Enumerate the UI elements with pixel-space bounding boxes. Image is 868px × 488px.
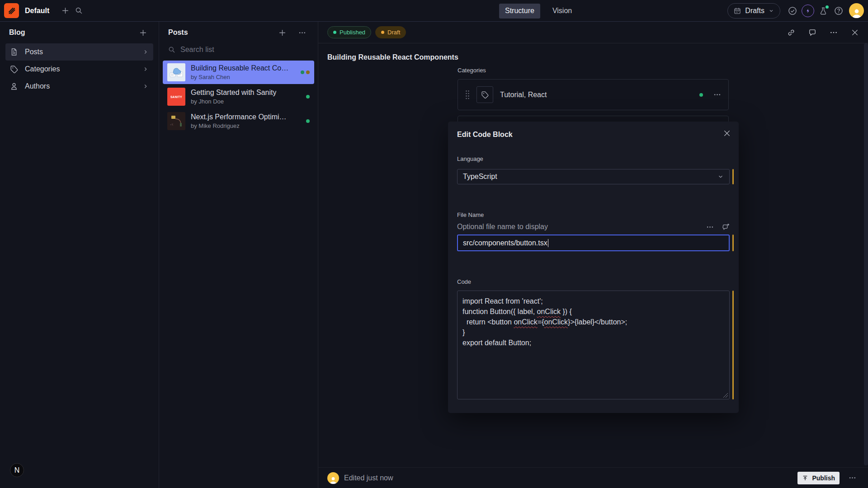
- published-status-dot: [301, 70, 304, 74]
- sidebar-item-authors[interactable]: Authors: [5, 78, 153, 95]
- language-select[interactable]: TypeScript: [457, 169, 730, 184]
- calendar-icon: [734, 7, 741, 14]
- language-label: Language: [457, 155, 730, 162]
- drag-handle[interactable]: [465, 90, 470, 100]
- lightning-button[interactable]: [802, 5, 814, 17]
- help-button[interactable]: [832, 5, 845, 17]
- text-caret: [548, 239, 549, 247]
- dialog-title: Edit Code Block: [457, 131, 730, 139]
- search-icon: [168, 46, 175, 53]
- editor-scrollbar[interactable]: [864, 43, 868, 465]
- posts-search: [168, 43, 309, 56]
- structure-sidebar: Blog PostsCategoriesAuthors: [0, 22, 159, 488]
- draft-dot: [381, 31, 384, 34]
- post-title: Building Reusable React Components: [191, 64, 289, 72]
- new-document-button[interactable]: [58, 4, 72, 18]
- dialog-close-button[interactable]: [722, 128, 732, 139]
- chevron-down-icon: [717, 174, 724, 180]
- post-thumbnail: <T.: [167, 112, 185, 130]
- chevron-right-icon: [142, 49, 149, 55]
- post-title: Getting Started with Sanity: [191, 89, 276, 97]
- file-name-description: Optional file name to display: [457, 223, 548, 231]
- search-input[interactable]: [180, 46, 309, 54]
- editor-footer: Edited just now Publish: [318, 467, 868, 488]
- post-author: by Mike Rodriguez: [191, 122, 289, 129]
- categories-label: Categories: [458, 67, 729, 74]
- category-array-item: Tutorial, React: [458, 79, 729, 110]
- document-icon: [10, 48, 18, 56]
- copy-link-button[interactable]: [787, 28, 795, 37]
- published-status-dot: [306, 95, 310, 99]
- resize-handle-icon[interactable]: [723, 393, 728, 398]
- file-name-change-indicator: [732, 235, 734, 251]
- code-line: }: [462, 327, 724, 338]
- close-pane-button[interactable]: [851, 28, 859, 37]
- sanity-logo-icon[interactable]: [4, 3, 19, 18]
- post-list: Building Reusable React Componentsby Sar…: [159, 61, 318, 133]
- chevron-right-icon: [142, 83, 149, 89]
- code-line: return <button onClick={onClick}>{label}…: [462, 317, 724, 327]
- publish-menu-button[interactable]: [845, 471, 859, 485]
- edit-code-block-dialog: Edit Code Block Language TypeScript File…: [448, 122, 739, 413]
- status-badge-draft: Draft: [375, 26, 406, 38]
- nextjs-fab-button[interactable]: N: [10, 463, 24, 477]
- file-name-input[interactable]: src/components/button.tsx: [457, 235, 730, 251]
- misspelled-token: onClick: [537, 308, 561, 315]
- published-status-dot: [306, 119, 310, 123]
- post-thumbnail: [167, 63, 185, 81]
- topbar-actions: Drafts: [727, 3, 864, 19]
- document-title: Building Reusable React Components: [318, 43, 868, 61]
- category-status-dot: [699, 93, 703, 97]
- sidebar-item-list: PostsCategoriesAuthors: [0, 43, 159, 95]
- field-menu-button[interactable]: [706, 223, 714, 231]
- tab-structure[interactable]: Structure: [499, 4, 540, 19]
- sidebar-item-categories[interactable]: Categories: [5, 61, 153, 78]
- edited-status: Edited just now: [344, 474, 393, 482]
- file-name-label: File Name: [457, 211, 730, 218]
- top-bar: Default Structure Vision Drafts: [0, 0, 868, 22]
- add-comment-button[interactable]: [722, 223, 730, 231]
- svg-text:<T.: <T.: [170, 123, 174, 126]
- search-button[interactable]: [72, 4, 85, 18]
- post-thumbnail: SANITY: [167, 88, 185, 106]
- document-menu-button[interactable]: [830, 28, 838, 37]
- post-author: by Sarah Chen: [191, 74, 289, 80]
- misspelled-token: onClick: [514, 318, 537, 326]
- sidebar-item-label: Posts: [25, 48, 43, 56]
- category-item-menu-button[interactable]: [713, 91, 721, 99]
- tab-vision[interactable]: Vision: [547, 4, 578, 19]
- status-badge-published: Published: [327, 26, 371, 38]
- post-list-item[interactable]: Building Reusable React Componentsby Sar…: [163, 61, 314, 84]
- person-icon: [10, 82, 18, 90]
- post-title: Next.js Performance Optimization: A Co..…: [191, 113, 289, 121]
- create-post-button[interactable]: [275, 26, 289, 39]
- user-avatar[interactable]: [849, 3, 864, 18]
- sidebar-title: Blog: [9, 28, 25, 37]
- workspace-title[interactable]: Default: [25, 7, 49, 15]
- check-circle-button[interactable]: [786, 5, 799, 17]
- releases-dropdown[interactable]: Drafts: [727, 3, 780, 19]
- code-line: export default Button;: [462, 338, 724, 348]
- draft-status-dot: [306, 70, 310, 74]
- post-list-item[interactable]: <T.Next.js Performance Optimization: A C…: [163, 109, 314, 133]
- tag-icon: [476, 86, 493, 103]
- posts-panel-menu-button[interactable]: [295, 26, 309, 39]
- publish-icon: [802, 475, 808, 481]
- post-list-item[interactable]: SANITYGetting Started with Sanityby Jhon…: [163, 85, 314, 108]
- sidebar-add-button[interactable]: [136, 26, 150, 39]
- code-label: Code: [457, 278, 730, 285]
- sidebar-item-posts[interactable]: Posts: [5, 43, 153, 61]
- tag-icon: [10, 65, 18, 73]
- publish-button[interactable]: Publish: [797, 472, 840, 484]
- chevron-down-icon: [769, 8, 774, 14]
- code-line: import React from 'react';: [462, 296, 724, 306]
- misspelled-token: onClick: [544, 318, 568, 326]
- chevron-right-icon: [142, 66, 149, 72]
- editor-avatar: [327, 472, 339, 484]
- post-author: by Jhon Doe: [191, 98, 276, 105]
- posts-panel: Posts Building Reusable React Components…: [159, 22, 318, 488]
- releases-label: Drafts: [745, 7, 764, 15]
- comments-button[interactable]: [808, 28, 816, 37]
- code-textarea[interactable]: import React from 'react';function Butto…: [457, 291, 730, 399]
- flask-button[interactable]: [817, 5, 830, 17]
